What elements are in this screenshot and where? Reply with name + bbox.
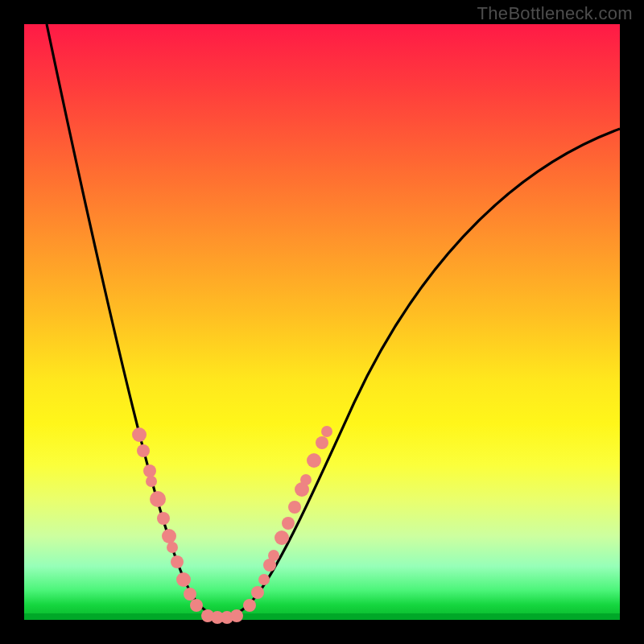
data-point — [321, 426, 332, 437]
data-point — [171, 555, 184, 568]
data-point — [268, 550, 279, 561]
bottleneck-curve — [47, 24, 620, 617]
data-point — [243, 599, 256, 612]
data-point — [275, 530, 289, 545]
data-point — [150, 491, 166, 507]
data-point — [143, 464, 156, 477]
data-point — [258, 574, 270, 585]
data-point — [307, 453, 321, 468]
watermark-text: TheBottleneck.com — [477, 3, 633, 24]
curve-path — [47, 24, 620, 617]
data-point — [184, 588, 196, 601]
data-point — [288, 501, 301, 514]
data-point — [176, 572, 191, 587]
chart-svg — [24, 24, 620, 620]
data-points — [132, 426, 332, 624]
data-point — [167, 542, 178, 553]
data-point — [230, 609, 243, 622]
data-point — [157, 512, 170, 525]
data-point — [137, 444, 150, 457]
data-point — [316, 436, 328, 449]
chart-frame: TheBottleneck.com — [0, 0, 644, 644]
data-point — [190, 599, 203, 612]
data-point — [300, 474, 312, 485]
data-point — [282, 517, 295, 530]
data-point — [146, 476, 157, 487]
data-point — [251, 586, 264, 599]
data-point — [132, 427, 147, 442]
data-point — [162, 529, 176, 543]
